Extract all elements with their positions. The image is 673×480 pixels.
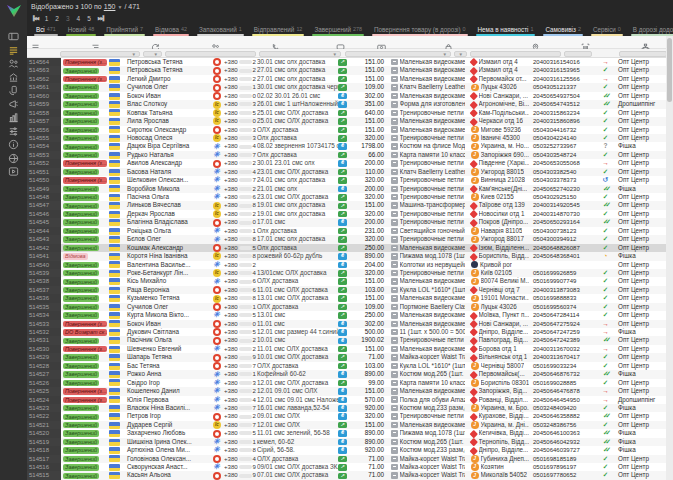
marketing-icon[interactable]: [0, 98, 27, 112]
table-row[interactable]: 514515ЗавершенийКасьян Альона+380907.01 …: [27, 471, 673, 479]
table-row[interactable]: 514532DO Возврат ск...Дукович Світлана+3…: [27, 328, 673, 336]
table-row[interactable]: 514557ЗавершенийЛила Ярославlc+380025.01…: [27, 117, 673, 125]
table-row[interactable]: 514528ЗавершенийБас Тетяна+3807ОЛХ доста…: [27, 362, 673, 370]
table-row[interactable]: 514540ЗавершенийВалентина Василье...✳+38…: [27, 261, 673, 269]
app-logo[interactable]: [6, 4, 22, 22]
table-row[interactable]: 514524Повернення (з...Юлія Первова✳+3804…: [27, 396, 673, 404]
tracking-number[interactable]: 0503252733967: [529, 142, 599, 150]
company-icon[interactable]: [0, 71, 27, 85]
tracking-number[interactable]: 0503248409420: [529, 404, 599, 412]
tracking-number[interactable]: 0501699560374: [529, 303, 599, 311]
table-row[interactable]: 514549ЗавершенийВоробйов Микола✳+380221.…: [27, 185, 673, 193]
tracking-number[interactable]: 20450647247259: [529, 328, 599, 336]
table-row[interactable]: 514551ЗавершенийБасова Наталя✳+380423.01…: [27, 168, 673, 176]
tracking-number[interactable]: 20400314870730: [529, 210, 599, 218]
page-number-4[interactable]: 4: [77, 15, 81, 22]
tracking-number[interactable]: 20450652740230: [529, 185, 599, 193]
tracking-number[interactable]: 0501698185189: [529, 455, 599, 463]
table-row[interactable]: 514527ЗавершенийРожко Анна✳+3801Кофейный…: [27, 370, 673, 378]
table-row[interactable]: 514526ЗавершенийСвідро Ігор✳+380312.01 с…: [27, 379, 673, 387]
table-row[interactable]: 514529ЗавершенийШапарь Тетяна+380910.01 …: [27, 353, 673, 361]
filter-payment[interactable]: ▼: [454, 51, 467, 57]
tracking-number[interactable]: 20450654743512: [529, 100, 599, 108]
filter-status[interactable]: ▼: [60, 51, 140, 57]
tracking-number[interactable]: 20450646100363: [529, 429, 599, 437]
filter-flag[interactable]: ▼: [143, 51, 162, 57]
table-row[interactable]: 514516ЗавершенийСкворунская Анаст...✳+38…: [27, 463, 673, 471]
table-row[interactable]: 514561ЗавершенийСучилов Олег+380130.01 с…: [27, 83, 673, 91]
tracking-number[interactable]: 20450648826087: [529, 244, 599, 252]
table-row[interactable]: 514536ЗавершенийКузьменко Тетянаlc+38081…: [27, 294, 673, 302]
table-row[interactable]: 514547ЗавершенийЛиньков Вячеславlc+38081…: [27, 201, 673, 209]
tracking-number[interactable]: 20450647284114: [529, 311, 599, 319]
tracking-number[interactable]: 20450647242389: [529, 336, 599, 344]
tracking-number[interactable]: 0504300738123: [529, 227, 599, 235]
orders-list-icon[interactable]: [0, 44, 27, 58]
tracking-number[interactable]: 20400316125566: [529, 75, 599, 83]
table-row[interactable]: 514562Повернення (з...Легкий Дмитро+3802…: [27, 75, 673, 83]
tab-Завершений[interactable]: Завершений278: [308, 24, 368, 36]
filter-delivery[interactable]: [470, 51, 561, 57]
tracking-number[interactable]: 0501697896197: [529, 463, 599, 471]
page-number-5[interactable]: 5: [87, 15, 91, 22]
last-page-icon[interactable]: ▶▶▌: [98, 15, 105, 21]
kanban-board-icon[interactable]: [0, 30, 27, 44]
tab-Новий[interactable]: Новий48: [62, 24, 100, 36]
tracking-number[interactable]: 0504303548724: [529, 151, 599, 159]
table-row[interactable]: 514559ЗавершенийВлас Слоткоуlc+380326.01…: [27, 100, 673, 108]
tab-Нема в наявності[interactable]: Нема в наявності1: [472, 24, 540, 36]
tracking-number[interactable]: 20400314920545: [529, 201, 599, 209]
scrollbar-thumb[interactable]: [667, 38, 672, 102]
filter-ttn[interactable]: [564, 51, 592, 57]
tracking-number[interactable]: 20400316153965: [529, 66, 599, 74]
table-row[interactable]: 514517ЗавершенийГоловінова Олексан...+38…: [27, 455, 673, 463]
info-icon[interactable]: [0, 138, 27, 152]
table-row[interactable]: 514550Повернення (з...Шелковин Олексан..…: [27, 176, 673, 184]
tab-Самовивіз[interactable]: Самовивіз2: [539, 24, 586, 36]
tracking-number[interactable]: 20400313873083: [529, 286, 599, 294]
table-row[interactable]: 514525Повернення (з...Кошеленко Данил✳+3…: [27, 387, 673, 395]
page-number-3[interactable]: 3: [66, 15, 70, 22]
tracking-number[interactable]: 0504303378373: [529, 176, 599, 184]
tracking-number[interactable]: 0504300394912: [529, 235, 599, 243]
tab-В дорозі додому[interactable]: В дорозі додому0: [627, 24, 673, 36]
table-row[interactable]: 514545ЗавершенийБлагінна Владіслава+3800…: [27, 218, 673, 226]
tracking-number[interactable]: 0503248386756: [529, 421, 599, 429]
tracking-number[interactable]: 0501699033234: [529, 362, 599, 370]
tracking-number[interactable]: 20450646876732: [529, 370, 599, 378]
table-row[interactable]: 514552Повернення (з...Авилов Александр+3…: [27, 159, 673, 167]
tracking-number[interactable]: 0501699907749: [529, 277, 599, 285]
table-row[interactable]: 514542ЗавершенийКошмак Александр+3805Олх…: [27, 244, 673, 252]
table-row[interactable]: 514554ЗавершенийДацюк Віра Сергіївна✳+38…: [27, 142, 673, 150]
table-row[interactable]: 514548ЗавершенийПасічна Ольга✳+380623.01…: [27, 193, 673, 201]
table-row[interactable]: 514535ЗавершенийСучилов Олег+3801ОЛХ дос…: [27, 303, 673, 311]
tab-Всі[interactable]: Всі471: [30, 24, 62, 36]
table-row[interactable]: 514523ЗавершенийВласюк Ніна Василі...✳+3…: [27, 404, 673, 412]
table-row[interactable]: 514563ЗавершенийПетровська Тетяна+380227…: [27, 66, 673, 74]
filter-comment[interactable]: ▼: [259, 51, 341, 57]
statistics-icon[interactable]: [0, 111, 27, 125]
tracking-number[interactable]: 20450646476878: [529, 387, 599, 395]
tracking-number[interactable]: 20400315860896: [529, 117, 599, 125]
table-row[interactable]: 514556ЗавершенийСиротюк Олександр+3803ОЛ…: [27, 126, 673, 134]
per-page-value[interactable]: 150: [104, 3, 116, 10]
tracking-number[interactable]: 20450646358882: [529, 412, 599, 420]
table-row[interactable]: 514546ЗавершенийДеркач Ярославlc+380219.…: [27, 210, 673, 218]
calls-icon[interactable]: [0, 84, 27, 98]
tracking-number[interactable]: 20450650293164: [529, 218, 599, 226]
tab-Відправлений[interactable]: Відправлений12: [248, 24, 309, 36]
filter-client[interactable]: [165, 51, 256, 57]
table-row[interactable]: 514537ЗавершенийРаца Вероніка+380611.01 …: [27, 286, 673, 294]
tracking-number[interactable]: 20450646039727: [529, 446, 599, 454]
tracking-number[interactable]: 0501699926859: [529, 269, 599, 277]
tracking-number[interactable]: 20450653055068: [529, 159, 599, 167]
table-row[interactable]: 514553ЗавершенийРудько Наталья✳+3807Олх …: [27, 151, 673, 159]
tracking-number[interactable]: 20400313670032: [529, 345, 599, 353]
table-row[interactable]: 514564Повернення (з...Петровська Тетяна+…: [27, 58, 673, 66]
tab-Повернення товару (в дорозі)[interactable]: Повернення товару (в дорозі)0: [368, 24, 472, 36]
table-row[interactable]: 514531ЗавершенийПасічник Ольга+380210.01…: [27, 336, 673, 344]
tracking-number[interactable]: 20450654937504: [529, 92, 599, 100]
table-row[interactable]: 514543ЗавершенийБєлов Олег✳+380817.01 см…: [27, 235, 673, 243]
tab-Прийнятий[interactable]: Прийнятий7: [100, 24, 149, 36]
tracking-number[interactable]: 20450646042932: [529, 438, 599, 446]
